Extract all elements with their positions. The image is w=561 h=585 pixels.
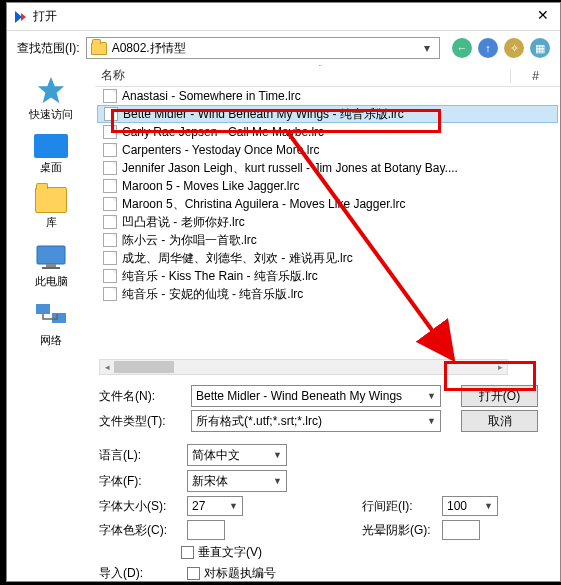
file-row[interactable]: 陈小云 - 为你唱一首歌.lrc [97,231,558,249]
place-desktop[interactable]: 桌面 [11,128,91,181]
file-row[interactable]: 纯音乐 - Kiss The Rain - 纯音乐版.lrc [97,267,558,285]
scroll-left-icon[interactable]: ◂ [100,360,114,374]
chevron-down-icon[interactable]: ▼ [270,450,282,460]
file-name: Carly Rae Jepsen - Call Me Maybe.lrc [122,125,324,139]
titlebar: 打开 ✕ [7,3,560,31]
close-button[interactable]: ✕ [528,3,558,27]
file-row[interactable]: Carpenters - Yestoday Once More.lrc [97,141,558,159]
checkbox-icon [181,546,194,559]
file-row[interactable]: Maroon 5、Christina Aguilera - Moves Like… [97,195,558,213]
sort-indicator-icon: ˄ [318,65,323,73]
scroll-right-icon[interactable]: ▸ [493,360,507,374]
file-row[interactable]: 纯音乐 - 安妮的仙境 - 纯音乐版.lrc [97,285,558,303]
file-icon [103,251,117,265]
filename-label: 文件名(N): [99,388,181,405]
fontsize-combo[interactable]: 27 ▼ [187,496,243,516]
fontcolor-label: 字体色彩(C): [99,522,177,539]
file-row[interactable]: Carly Rae Jepsen - Call Me Maybe.lrc [97,123,558,141]
file-row[interactable]: Bette Midler - Wind Beneath My Wings - 纯… [97,105,558,123]
nav-icons: ← ↑ ✧ ▦ [452,38,550,58]
file-row[interactable]: 成龙、周华健、刘德华、刘欢 - 难说再见.lrc [97,249,558,267]
file-name: 成龙、周华健、刘德华、刘欢 - 难说再见.lrc [122,250,353,267]
form-area: 文件名(N): Bette Midler - Wind Beneath My W… [7,375,560,585]
chevron-down-icon[interactable]: ▾ [419,41,435,55]
chevron-down-icon[interactable]: ▼ [481,501,493,511]
file-icon [103,143,117,157]
file-icon [103,215,117,229]
svg-rect-5 [52,313,66,323]
chevron-down-icon[interactable]: ▼ [424,391,436,401]
file-list: ˄ 名称 # Anastasi - Somewhere in Time.lrcB… [95,65,560,375]
linespace-combo[interactable]: 100 ▼ [442,496,498,516]
file-icon [103,287,117,301]
file-icon [103,125,117,139]
font-label: 字体(F): [99,473,177,490]
place-quick-access[interactable]: 快速访问 [11,69,91,128]
file-icon [103,161,117,175]
fontsize-label: 字体大小(S): [99,498,177,515]
glow-swatch[interactable] [442,520,480,540]
file-name: 凹凸君说 - 老师你好.lrc [122,214,245,231]
lookin-bar: 查找范围(I): A0802.抒情型 ▾ ← ↑ ✧ ▦ [7,31,560,65]
column-hash[interactable]: # [510,69,560,83]
up-icon[interactable]: ↑ [478,38,498,58]
column-name[interactable]: 名称 [101,67,510,84]
file-row[interactable]: 凹凸君说 - 老师你好.lrc [97,213,558,231]
file-name: Anastasi - Somewhere in Time.lrc [122,89,301,103]
file-icon [103,233,117,247]
place-network[interactable]: 网络 [11,295,91,354]
scroll-thumb[interactable] [114,361,174,373]
checkbox-icon [187,567,200,580]
font-combo[interactable]: 新宋体 ▼ [187,470,287,492]
horizontal-scrollbar[interactable]: ◂ ▸ [99,359,508,375]
file-icon [104,107,118,121]
place-this-pc[interactable]: 此电脑 [11,236,91,295]
file-icon [103,197,117,211]
language-combo[interactable]: 简体中文 ▼ [187,444,287,466]
file-row[interactable]: Maroon 5 - Moves Like Jagger.lrc [97,177,558,195]
chevron-down-icon[interactable]: ▼ [226,501,238,511]
file-name: 纯音乐 - Kiss The Rain - 纯音乐版.lrc [122,268,318,285]
quick-access-icon [34,75,68,105]
new-folder-icon[interactable]: ✧ [504,38,524,58]
file-icon [103,179,117,193]
svg-rect-3 [42,267,60,269]
open-button[interactable]: 打开(O) [461,385,538,407]
filetype-combo[interactable]: 所有格式(*.utf;*.srt;*.lrc) ▼ [191,410,441,432]
import-label: 导入(D): [99,565,177,582]
file-row[interactable]: Anastasi - Somewhere in Time.lrc [97,87,558,105]
language-label: 语言(L): [99,447,177,464]
chevron-down-icon[interactable]: ▼ [424,416,436,426]
open-dialog: 打开 ✕ 查找范围(I): A0802.抒情型 ▾ ← ↑ ✧ ▦ 快速访问 [6,2,561,582]
svg-rect-4 [36,304,50,314]
chevron-down-icon[interactable]: ▼ [270,476,282,486]
svg-rect-1 [37,246,65,264]
import-title-checkbox[interactable]: 对标题执编号 [187,565,276,582]
network-icon [34,301,68,331]
lookin-value: A0802.抒情型 [112,40,419,57]
fontcolor-swatch[interactable] [187,520,225,540]
file-name: Jennifer Jason Leigh、kurt russell - Jim … [122,160,458,177]
cancel-button[interactable]: 取消 [461,410,538,432]
file-name: Maroon 5 - Moves Like Jagger.lrc [122,179,299,193]
view-icon[interactable]: ▦ [530,38,550,58]
vertical-text-checkbox[interactable]: 垂直文字(V) [181,544,262,561]
file-name: Carpenters - Yestoday Once More.lrc [122,143,319,157]
places-bar: 快速访问 桌面 库 此电脑 网络 [7,65,95,375]
file-name: 陈小云 - 为你唱一首歌.lrc [122,232,257,249]
app-icon [13,10,27,24]
desktop-icon [34,134,68,158]
file-name: 纯音乐 - 安妮的仙境 - 纯音乐版.lrc [122,286,303,303]
lookin-combo[interactable]: A0802.抒情型 ▾ [86,37,440,59]
svg-marker-0 [38,77,64,103]
filename-combo[interactable]: Bette Midler - Wind Beneath My Wings ▼ [191,385,441,407]
pc-icon [34,242,68,272]
linespace-label: 行间距(I): [362,498,434,515]
back-icon[interactable]: ← [452,38,472,58]
svg-rect-2 [46,264,56,267]
place-libraries[interactable]: 库 [11,181,91,236]
file-icon [103,269,117,283]
window-title: 打开 [33,8,528,25]
file-row[interactable]: Jennifer Jason Leigh、kurt russell - Jim … [97,159,558,177]
file-name: Bette Midler - Wind Beneath My Wings - 纯… [123,106,404,123]
